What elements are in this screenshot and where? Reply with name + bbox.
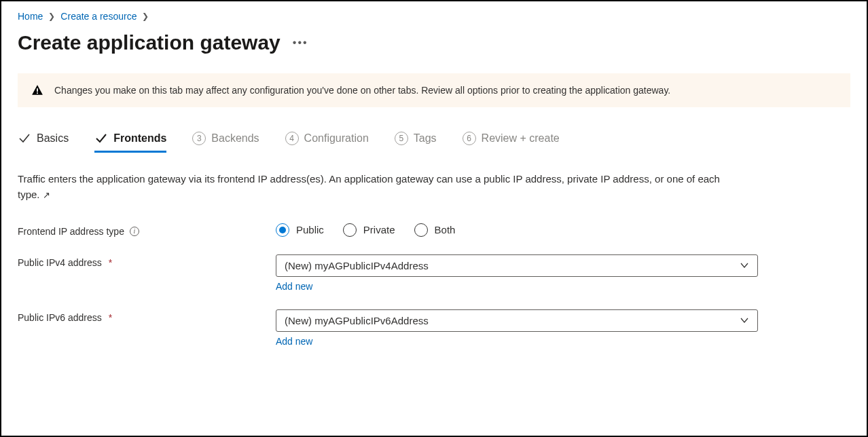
- public-ipv4-label: Public IPv4 address: [18, 257, 102, 268]
- chevron-down-icon: [740, 261, 749, 270]
- radio-label: Both: [435, 224, 456, 235]
- info-icon[interactable]: i: [130, 227, 139, 236]
- step-number-badge: 5: [395, 132, 408, 145]
- tab-label: Frontends: [113, 132, 166, 145]
- more-actions-button[interactable]: •••: [293, 37, 308, 49]
- radio-label: Public: [296, 224, 324, 235]
- warning-text: Changes you make on this tab may affect …: [54, 85, 670, 96]
- breadcrumb-separator: ❯: [142, 12, 149, 21]
- select-value: (New) myAGPublicIPv4Address: [285, 260, 429, 271]
- page-title: Create application gateway: [18, 31, 281, 54]
- select-value: (New) myAGPublicIPv6Address: [285, 315, 429, 326]
- tab-label: Configuration: [304, 132, 369, 145]
- tab-frontends[interactable]: Frontends: [94, 132, 166, 152]
- wizard-tabs: Basics Frontends 3 Backends 4 Configurat…: [18, 132, 850, 152]
- frontend-ip-type-radio-group: Public Private Both: [276, 223, 758, 237]
- public-ipv6-select[interactable]: (New) myAGPublicIPv6Address: [276, 309, 758, 332]
- breadcrumb: Home ❯ Create a resource ❯: [18, 11, 850, 22]
- step-number-badge: 3: [192, 132, 206, 145]
- required-indicator: *: [109, 257, 112, 268]
- step-number-badge: 4: [285, 132, 299, 145]
- tab-label: Review + create: [482, 132, 560, 145]
- breadcrumb-home[interactable]: Home: [18, 11, 43, 22]
- radio-button-icon: [343, 223, 357, 237]
- tab-label: Tags: [414, 132, 437, 145]
- description-text: Traffic enters the application gateway v…: [18, 173, 720, 200]
- tab-label: Basics: [37, 132, 69, 145]
- frontend-ip-type-label: Frontend IP address type: [18, 226, 124, 237]
- breadcrumb-separator: ❯: [48, 12, 55, 21]
- radio-button-icon: [414, 223, 428, 237]
- tab-configuration[interactable]: 4 Configuration: [285, 132, 369, 152]
- breadcrumb-create-resource[interactable]: Create a resource: [60, 11, 137, 22]
- tab-description: Traffic enters the application gateway v…: [18, 171, 731, 203]
- tab-label: Backends: [211, 132, 259, 145]
- warning-banner: Changes you make on this tab may affect …: [18, 73, 850, 107]
- external-link-icon[interactable]: ↗: [43, 190, 50, 200]
- add-new-ipv6-link[interactable]: Add new: [276, 336, 312, 347]
- required-indicator: *: [109, 312, 112, 323]
- checkmark-icon: [18, 132, 31, 145]
- radio-both[interactable]: Both: [414, 223, 456, 237]
- public-ipv4-select[interactable]: (New) myAGPublicIPv4Address: [276, 254, 758, 277]
- radio-private[interactable]: Private: [343, 223, 395, 237]
- radio-button-icon: [276, 223, 289, 237]
- step-number-badge: 6: [463, 132, 476, 145]
- add-new-ipv4-link[interactable]: Add new: [276, 281, 312, 292]
- tab-tags[interactable]: 5 Tags: [395, 132, 437, 152]
- checkmark-icon: [94, 132, 108, 145]
- svg-rect-0: [37, 88, 38, 92]
- chevron-down-icon: [740, 316, 749, 325]
- tab-basics[interactable]: Basics: [18, 132, 69, 152]
- public-ipv6-label: Public IPv6 address: [18, 312, 102, 323]
- tab-review-create[interactable]: 6 Review + create: [463, 132, 560, 152]
- warning-icon: [31, 84, 43, 96]
- radio-public[interactable]: Public: [276, 223, 324, 237]
- radio-label: Private: [363, 224, 395, 235]
- svg-rect-1: [37, 92, 38, 94]
- tab-backends[interactable]: 3 Backends: [192, 132, 259, 152]
